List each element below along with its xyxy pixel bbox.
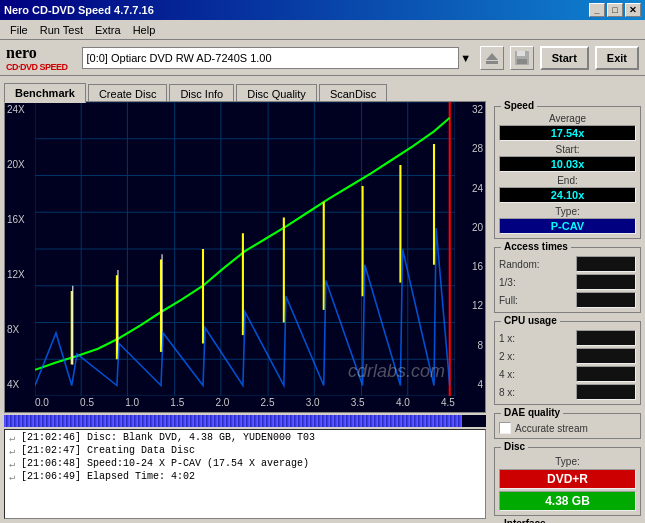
- cpu-usage-title: CPU usage: [501, 315, 560, 326]
- right-panel: Speed Average 17.54x Start: 10.03x End: …: [490, 76, 645, 523]
- speed-start-value: 10.03x: [499, 156, 636, 172]
- access-times-title: Access times: [501, 241, 571, 252]
- log-icon: ↵: [9, 471, 15, 483]
- cpu-2x-label: 2 x:: [499, 351, 515, 362]
- svg-rect-1: [486, 61, 498, 64]
- random-label: Random:: [499, 259, 540, 270]
- svg-rect-3: [517, 51, 525, 56]
- disc-type-value: DVD+R: [499, 469, 636, 489]
- minimize-button[interactable]: _: [589, 3, 605, 17]
- menu-bar: File Run Test Extra Help: [0, 20, 645, 40]
- save-button[interactable]: [510, 46, 534, 70]
- cpu-4x-value: [576, 366, 636, 382]
- log-entry: ↵[21:06:48]Speed:10-24 X P-CAV (17.54 X …: [9, 458, 481, 470]
- dae-quality-panel: DAE quality Accurate stream: [494, 413, 641, 439]
- svg-marker-0: [486, 53, 498, 60]
- cpu-1x-label: 1 x:: [499, 333, 515, 344]
- log-entry: ↵[21:02:46]Disc: Blank DVD, 4.38 GB, YUD…: [9, 432, 481, 444]
- disc-size-value: 4.38 GB: [499, 491, 636, 511]
- log-entry: ↵[21:02:47]Creating Data Disc: [9, 445, 481, 457]
- speed-start: Start: 10.03x: [499, 144, 636, 172]
- tab-benchmark[interactable]: Benchmark: [4, 83, 86, 103]
- speed-end-value: 24.10x: [499, 187, 636, 203]
- cpu-usage-panel: CPU usage 1 x: 2 x: 4 x: 8 x:: [494, 321, 641, 405]
- x-axis: 0.0 0.5 1.0 1.5 2.0 2.5 3.0 3.5 4.0 4.5: [35, 392, 455, 412]
- speed-start-label: Start:: [556, 144, 580, 155]
- drive-label: [0:0] Optiarc DVD RW AD-7240S 1.00: [83, 52, 458, 64]
- speed-end: End: 24.10x: [499, 175, 636, 203]
- random-value: [576, 256, 636, 272]
- dae-section: Accurate stream: [499, 422, 636, 434]
- accurate-stream-checkbox[interactable]: [499, 422, 511, 434]
- left-panel: Benchmark Create Disc Disc Info Disc Qua…: [0, 76, 490, 523]
- speed-panel: Speed Average 17.54x Start: 10.03x End: …: [494, 106, 641, 239]
- maximize-button[interactable]: □: [607, 3, 623, 17]
- log-icon: ↵: [9, 445, 15, 457]
- speed-title: Speed: [501, 100, 537, 111]
- accurate-stream-label: Accurate stream: [515, 423, 588, 434]
- cpu-2x-value: [576, 348, 636, 364]
- y-axis-left: 4X 8X 12X 16X 20X 24X: [5, 102, 35, 392]
- log-area[interactable]: ↵[21:02:46]Disc: Blank DVD, 4.38 GB, YUD…: [4, 429, 486, 519]
- one-third-value: [576, 274, 636, 290]
- cpu-4x-label: 4 x:: [499, 369, 515, 380]
- svg-rect-4: [517, 59, 527, 64]
- toolbar: nero CD·DVD SPEED [0:0] Optiarc DVD RW A…: [0, 40, 645, 76]
- window-title: Nero CD-DVD Speed 4.7.7.16: [4, 4, 154, 16]
- cpu-8x-label: 8 x:: [499, 387, 515, 398]
- speed-average: Average 17.54x: [499, 113, 636, 141]
- full-value: [576, 292, 636, 308]
- dae-quality-title: DAE quality: [501, 407, 563, 418]
- menu-file[interactable]: File: [4, 22, 34, 38]
- start-button[interactable]: Start: [540, 46, 589, 70]
- exit-button[interactable]: Exit: [595, 46, 639, 70]
- chart-area: 4X 8X 12X 16X 20X 24X 4 8 12 16 20 24 28…: [4, 101, 486, 413]
- access-times-panel: Access times Random: 1/3: Full:: [494, 247, 641, 313]
- title-bar-buttons: _ □ ✕: [589, 3, 641, 17]
- disc-type-label: Type:: [499, 456, 636, 467]
- speed-end-label: End:: [557, 175, 578, 186]
- speed-type: Type: P-CAV: [499, 206, 636, 234]
- menu-run-test[interactable]: Run Test: [34, 22, 89, 38]
- speed-average-label: Average: [549, 113, 586, 124]
- full-label: Full:: [499, 295, 518, 306]
- logo-cddvdspeed: CD·DVD SPEED: [6, 62, 68, 72]
- speed-average-value: 17.54x: [499, 125, 636, 141]
- disc-title: Disc: [501, 441, 528, 452]
- progress-fill: [4, 415, 462, 427]
- close-button[interactable]: ✕: [625, 3, 641, 17]
- logo-nero: nero: [6, 44, 68, 62]
- one-third-label: 1/3:: [499, 277, 516, 288]
- progress-bar: [4, 415, 486, 427]
- log-icon: ↵: [9, 432, 15, 444]
- main-content: Benchmark Create Disc Disc Info Disc Qua…: [0, 76, 645, 523]
- y-axis-right: 4 8 12 16 20 24 28 32: [455, 102, 485, 392]
- disc-panel: Disc Type: DVD+R 4.38 GB: [494, 447, 641, 516]
- cpu-1x-value: [576, 330, 636, 346]
- interface-title: Interface: [501, 518, 549, 523]
- speed-type-value: P-CAV: [499, 218, 636, 234]
- title-bar: Nero CD-DVD Speed 4.7.7.16 _ □ ✕: [0, 0, 645, 20]
- drive-dropdown[interactable]: ▼: [458, 47, 474, 69]
- menu-extra[interactable]: Extra: [89, 22, 127, 38]
- tab-bar: Benchmark Create Disc Disc Info Disc Qua…: [4, 80, 486, 102]
- log-entry: ↵[21:06:49]Elapsed Time: 4:02: [9, 471, 481, 483]
- log-icon: ↵: [9, 458, 15, 470]
- cpu-8x-value: [576, 384, 636, 400]
- accurate-stream-row: Accurate stream: [499, 422, 636, 434]
- eject-button[interactable]: [480, 46, 504, 70]
- menu-help[interactable]: Help: [127, 22, 162, 38]
- speed-type-label: Type:: [555, 206, 579, 217]
- chart-svg: [35, 102, 455, 396]
